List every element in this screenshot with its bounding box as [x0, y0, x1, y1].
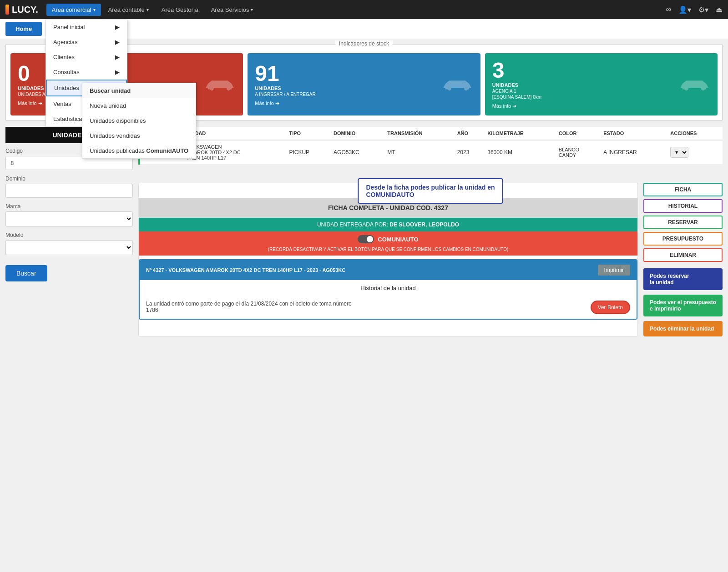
stock-sub2-2: [ESQUINA SALEM] 0km	[492, 95, 541, 100]
historial-section: Nº 4327 - VOLKSWAGEN AMAROK 20TD 4X2 DC …	[139, 259, 637, 320]
col-anio: AÑO	[455, 127, 485, 140]
svg-point-0	[210, 86, 214, 90]
annotation-presupuesto: Podes ver el presupuestoe imprimirlo	[643, 295, 723, 316]
annotation-reservar: Podes reservarla unidad	[643, 268, 723, 290]
col-tipo: TIPO	[286, 127, 331, 140]
col-estado: ESTADO	[601, 127, 667, 140]
svg-point-5	[701, 86, 705, 90]
stock-more-2[interactable]: Más info ➜	[492, 103, 541, 109]
brand-stripe	[5, 5, 9, 15]
svg-point-4	[684, 86, 688, 90]
reservar-button[interactable]: RESERVAR	[643, 216, 723, 229]
cell-unidad: VOLKSWAGEN AMAROK 20TD 4X2 DC TREN 140HP…	[184, 140, 287, 165]
menu-agencias[interactable]: Agencias ▶	[46, 35, 127, 50]
stock-more-0[interactable]: Más info ➜	[18, 100, 49, 106]
chevron-right-icon: ▶	[115, 39, 120, 45]
nav-item-gestoria[interactable]: Area Gestoría	[156, 4, 204, 16]
nav-menu: Area comercial ▾ Area contable ▾ Area Ge…	[46, 4, 666, 16]
filter-modelo: Modelo	[5, 232, 133, 255]
stock-card-2: 3 UNIDADES AGENCIA 1 [ESQUINA SALEM] 0km…	[485, 53, 718, 115]
logout-icon[interactable]: ⏏	[716, 5, 723, 14]
acciones-select[interactable]: ▾	[670, 147, 688, 158]
annotation-eliminar: Podes eliminar la unidad	[643, 321, 723, 336]
submenu-unidades-disponibles[interactable]: Unidades disponibles	[82, 113, 196, 128]
cell-transmision: MT	[384, 140, 454, 165]
submenu-unidades: Buscar unidad Nueva unidad Unidades disp…	[82, 83, 196, 159]
filter-label-marca: Marca	[5, 203, 133, 210]
historial-title: Historial de la unidad	[140, 280, 637, 296]
stock-num-0: 0	[18, 63, 49, 85]
svg-point-3	[464, 86, 468, 90]
stock-title: Indicadores de stock	[335, 40, 393, 47]
nav-right: ∞ 👤▾ ⚙▾ ⏏	[666, 5, 723, 14]
annotation-presupuesto-box: Podes ver el presupuestoe imprimirlo	[643, 295, 723, 316]
ficha-entrega: UNIDAD ENTREGADA POR: DE SLOOVER, LEOPOL…	[139, 218, 637, 231]
svg-point-1	[227, 86, 231, 90]
svg-point-2	[447, 86, 451, 90]
ver-boleto-button[interactable]: Ver Boleto	[591, 301, 630, 314]
right-panel: CÓDIGO UNIDAD TIPO DOMINIO TRANSMISIÓN A…	[138, 127, 723, 336]
col-dominio: DOMINIO	[331, 127, 384, 140]
buscar-button[interactable]: Buscar	[5, 265, 47, 281]
nav-item-contable[interactable]: Area contable ▾	[103, 4, 154, 16]
cell-dominio: AGO53KC	[331, 140, 384, 165]
toggle-comunidauto: COMUNIAUTO	[358, 235, 418, 243]
stock-more-1[interactable]: Más info ➜	[255, 100, 315, 106]
eliminar-button[interactable]: ELIMINAR	[643, 248, 723, 262]
annotation-reservar-box: Podes reservarla unidad	[643, 268, 723, 290]
chevron-right-icon: ▶	[115, 54, 120, 60]
submenu-buscar-unidad[interactable]: Buscar unidad	[82, 83, 196, 98]
col-unidad: UNIDAD	[184, 127, 287, 140]
stock-label-1: UNIDADES	[255, 85, 315, 91]
ficha-and-buttons: FICHA COMPLETA - UNIDAD COD. 4327 UNIDAD…	[138, 183, 723, 336]
stock-label-2: UNIDADES	[492, 82, 541, 88]
car-icon-0	[204, 75, 236, 94]
menu-consultas[interactable]: Consultas ▶	[46, 65, 127, 80]
imprimir-button[interactable]: Imprimir	[598, 265, 630, 276]
stock-sub-0: UNIDADES A...	[18, 92, 49, 97]
col-color: COLOR	[556, 127, 601, 140]
chevron-down-icon: ▾	[251, 7, 253, 12]
col-kilometraje: KILOMETRAJE	[485, 127, 556, 140]
stock-card-1: 91 UNIDADES A INGRESAR / A ENTREGAR Más …	[248, 53, 480, 115]
filter-label-modelo: Modelo	[5, 232, 133, 238]
filter-input-dominio[interactable]	[5, 184, 133, 198]
cell-anio: 2023	[455, 140, 485, 165]
stock-num-2: 3	[492, 60, 541, 81]
infinity-icon[interactable]: ∞	[666, 5, 671, 14]
submenu-unidades-publicadas[interactable]: Unidades publicadas ComunidAUTO	[82, 143, 196, 158]
filter-label-dominio: Dominio	[5, 176, 133, 182]
ficha-card: FICHA COMPLETA - UNIDAD COD. 4327 UNIDAD…	[138, 183, 638, 336]
chevron-down-icon: ▾	[147, 7, 149, 12]
filter-select-marca[interactable]	[5, 211, 133, 226]
cell-tipo: PICKUP	[286, 140, 331, 165]
gear-icon[interactable]: ⚙▾	[698, 5, 708, 14]
car-icon-2	[678, 75, 710, 94]
filter-marca: Marca	[5, 203, 133, 226]
submenu-nueva-unidad[interactable]: Nueva unidad	[82, 98, 196, 113]
cell-acciones[interactable]: ▾	[667, 140, 723, 165]
filter-dominio: Dominio	[5, 176, 133, 198]
navbar: LUCY. Area comercial ▾ Area contable ▾ A…	[0, 0, 728, 19]
ficha-comunidauto: COMUNIAUTO (RECORDÁ DESACTIVAR Y ACTIVAR…	[139, 231, 637, 256]
toggle-knob[interactable]	[358, 235, 374, 243]
filter-select-modelo[interactable]	[5, 240, 133, 255]
ficha-button[interactable]: FICHA	[643, 183, 723, 196]
chevron-down-icon: ▾	[93, 7, 96, 12]
tab-home[interactable]: Home	[5, 22, 42, 36]
user-icon[interactable]: 👤▾	[678, 5, 691, 14]
brand: LUCY.	[5, 5, 38, 15]
submenu-unidades-vendidas[interactable]: Unidades vendidas	[82, 128, 196, 143]
historial-button[interactable]: HISTORIAL	[643, 199, 723, 213]
nav-item-servicios[interactable]: Area Servicios ▾	[206, 4, 259, 16]
historial-body: La unidad entró como parte de pago el dí…	[140, 296, 637, 319]
menu-panel-inicial[interactable]: Panel inicial ▶	[46, 20, 127, 35]
table-row: 4327 VOLKSWAGEN AMAROK 20TD 4X2 DC TREN …	[139, 140, 723, 165]
presupuesto-button[interactable]: PRESUPUESTO	[643, 232, 723, 246]
menu-clientes[interactable]: Clientes ▶	[46, 50, 127, 65]
nav-item-comercial[interactable]: Area comercial ▾	[46, 4, 101, 16]
units-table: CÓDIGO UNIDAD TIPO DOMINIO TRANSMISIÓN A…	[138, 127, 723, 165]
cell-estado: A INGRESAR	[601, 140, 667, 165]
stock-sub-1: A INGRESAR / A ENTREGAR	[255, 92, 315, 97]
car-icon-1	[441, 75, 473, 94]
